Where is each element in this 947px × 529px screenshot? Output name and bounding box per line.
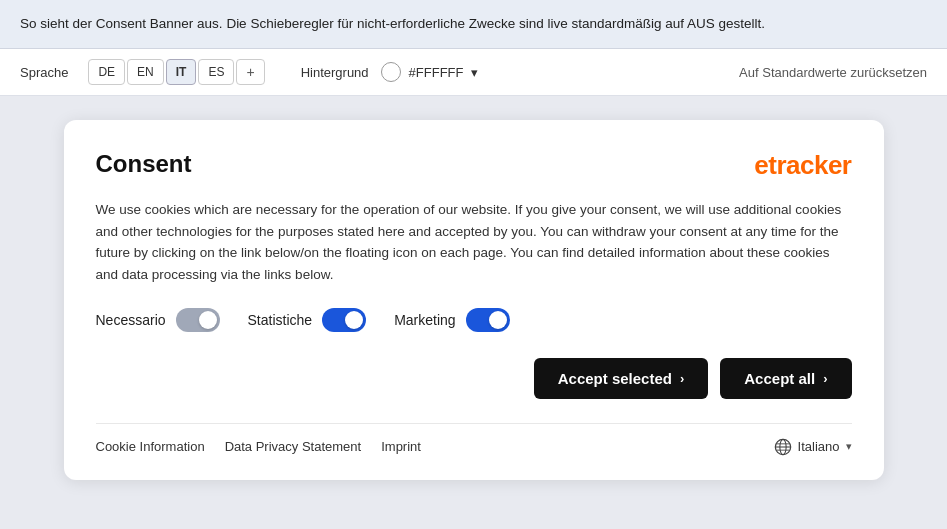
toggles-row: Necessario Statistiche Marketing [96, 308, 852, 332]
language-selector[interactable]: Italiano ▾ [774, 438, 852, 456]
cookie-information-link[interactable]: Cookie Information [96, 439, 205, 454]
language-chevron: ▾ [846, 440, 852, 453]
add-language-button[interactable]: + [236, 59, 264, 85]
language-buttons: DE EN IT ES + [88, 59, 264, 85]
bg-color-circle[interactable] [381, 62, 401, 82]
bg-dropdown-arrow[interactable]: ▾ [471, 65, 478, 80]
background-section: Hintergrund #FFFFFF ▾ [301, 62, 479, 82]
lang-btn-it[interactable]: IT [166, 59, 197, 85]
buttons-row: Accept selected › Accept all › [96, 358, 852, 399]
toggle-necessario: Necessario [96, 308, 220, 332]
lang-btn-es[interactable]: ES [198, 59, 234, 85]
accept-selected-label: Accept selected [558, 370, 672, 387]
footer-links: Cookie Information Data Privacy Statemen… [96, 439, 421, 454]
toolbar: Sprache DE EN IT ES + Hintergrund #FFFFF… [0, 49, 947, 96]
toggle-marketing: Marketing [394, 308, 509, 332]
toggle-statistiche-label: Statistiche [248, 312, 313, 328]
accept-all-button[interactable]: Accept all › [720, 358, 851, 399]
lang-btn-en[interactable]: EN [127, 59, 164, 85]
reset-button[interactable]: Auf Standardwerte zurücksetzen [739, 65, 927, 80]
brand-logo: etracker [754, 150, 851, 181]
accept-selected-chevron: › [680, 371, 684, 386]
toggle-necessario-switch[interactable] [176, 308, 220, 332]
language-value: Italiano [798, 439, 840, 454]
sprache-label: Sprache [20, 65, 68, 80]
globe-icon [774, 438, 792, 456]
toggle-necessario-label: Necessario [96, 312, 166, 328]
card-title: Consent [96, 150, 192, 178]
consent-card: Consent etracker We use cookies which ar… [64, 120, 884, 479]
toggle-necessario-knob [199, 311, 217, 329]
data-privacy-link[interactable]: Data Privacy Statement [225, 439, 362, 454]
main-area: Consent etracker We use cookies which ar… [0, 96, 947, 503]
accept-all-label: Accept all [744, 370, 815, 387]
bg-color-value: #FFFFFF [409, 65, 464, 80]
accept-all-chevron: › [823, 371, 827, 386]
card-footer: Cookie Information Data Privacy Statemen… [96, 423, 852, 456]
card-body-text: We use cookies which are necessary for t… [96, 199, 852, 285]
accept-selected-button[interactable]: Accept selected › [534, 358, 709, 399]
card-header: Consent etracker [96, 150, 852, 181]
toggle-statistiche-switch[interactable] [322, 308, 366, 332]
top-info-text: So sieht der Consent Banner aus. Die Sch… [20, 16, 765, 31]
top-info-bar: So sieht der Consent Banner aus. Die Sch… [0, 0, 947, 49]
toggle-statistiche-knob [345, 311, 363, 329]
toggle-marketing-knob [489, 311, 507, 329]
toggle-statistiche: Statistiche [248, 308, 367, 332]
toggle-marketing-switch[interactable] [466, 308, 510, 332]
hintergrund-label: Hintergrund [301, 65, 369, 80]
toggle-marketing-label: Marketing [394, 312, 455, 328]
lang-btn-de[interactable]: DE [88, 59, 125, 85]
imprint-link[interactable]: Imprint [381, 439, 421, 454]
